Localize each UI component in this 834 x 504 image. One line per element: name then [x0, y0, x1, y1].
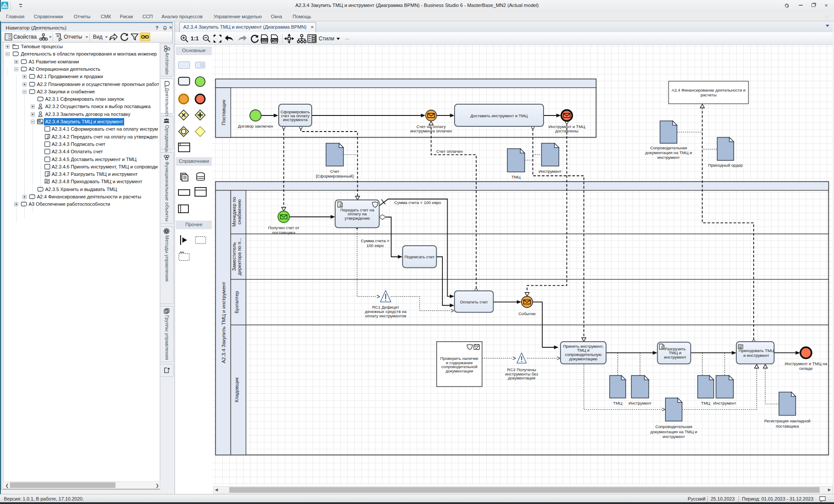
- svg-text:ТМЦ: ТМЦ: [613, 401, 622, 405]
- svg-text:А2.3.4 Закупить ТМЦ и инструме: А2.3.4 Закупить ТМЦ и инструмент: [221, 282, 226, 363]
- svg-text:Подписать счет: Подписать счет: [405, 254, 435, 259]
- svg-text:Сопроводительная: Сопроводительная: [650, 145, 687, 150]
- svg-text:документации: документации: [446, 369, 473, 373]
- svg-text:Счет на оплату: Счет на оплату: [416, 124, 446, 129]
- svg-text:инструмент: инструмент: [663, 434, 685, 439]
- svg-text:Счет: Счет: [330, 169, 340, 174]
- svg-text:утверждение: утверждение: [345, 216, 370, 221]
- svg-text:Заместитель: Заместитель: [231, 242, 237, 271]
- svg-text:документация на ТМЦ и: документация на ТМЦ и: [650, 429, 697, 434]
- svg-text:[Сформированный]: [Сформированный]: [316, 174, 354, 178]
- svg-text:SVG: SVG: [261, 39, 267, 42]
- svg-text:ТМЦ: ТМЦ: [701, 401, 710, 405]
- svg-text:Менеджер по: Менеджер по: [231, 197, 237, 227]
- svg-text:Доставить инструмент и ТМЦ: Доставить инструмент и ТМЦ: [471, 113, 528, 118]
- svg-text:инструмента оплачен: инструмента оплачен: [410, 128, 452, 133]
- svg-text:документации: документации: [508, 376, 535, 380]
- svg-text:Оплатить счет: Оплатить счет: [460, 300, 488, 304]
- svg-text:Инструмент: Инструмент: [539, 169, 562, 174]
- svg-text:Приходный ордер: Приходный ордер: [708, 163, 743, 168]
- svg-text:Сумма счета < 100 евро: Сумма счета < 100 евро: [394, 200, 441, 205]
- svg-text:PNG: PNG: [271, 39, 277, 42]
- svg-text:Инструмент и ТМЦ на: Инструмент и ТМЦ на: [785, 361, 827, 366]
- svg-text:расчеты: расчеты: [701, 92, 717, 97]
- svg-text:Регистрация накладной: Регистрация накладной: [764, 418, 810, 423]
- svg-text:Счет оплачен: Счет оплачен: [436, 149, 463, 154]
- svg-text:100 евро: 100 евро: [366, 243, 384, 248]
- svg-text:оплату инструментов: оплату инструментов: [365, 313, 406, 318]
- svg-text:доставлены: доставлены: [555, 128, 578, 133]
- svg-text:Кладовщик: Кладовщик: [234, 377, 239, 402]
- svg-text:и инструмент: и инструмент: [743, 353, 769, 358]
- svg-text:ТМЦ: ТМЦ: [511, 175, 521, 179]
- svg-text:Бухгалтер: Бухгалтер: [234, 291, 239, 313]
- svg-text:директора по п...: директора по п...: [237, 238, 242, 275]
- svg-text:инструмент: инструмент: [657, 155, 680, 160]
- svg-text:документация на ТМЦ и: документация на ТМЦ и: [645, 150, 692, 155]
- svg-text:Получен счет от: Получен счет от: [268, 225, 300, 230]
- svg-text:Поставщик: Поставщик: [221, 99, 226, 125]
- svg-text:Инструмент: Инструмент: [713, 401, 737, 405]
- svg-text:снабжению: снабжению: [237, 199, 242, 224]
- svg-text:А2.4 Финансирование деятельнос: А2.4 Финансирование деятельности и: [672, 88, 745, 92]
- svg-text:Инструмент: Инструмент: [629, 401, 652, 405]
- svg-text:складе: складе: [799, 366, 813, 371]
- svg-text:Договор заключен: Договор заключен: [238, 124, 273, 128]
- svg-text:Инструмент и ТМЦ: Инструмент и ТМЦ: [548, 124, 585, 129]
- svg-text:Событие: Событие: [518, 311, 536, 316]
- svg-text:Сопроводительная: Сопроводительная: [656, 424, 692, 429]
- svg-text:поставщика: поставщика: [776, 424, 799, 428]
- svg-text:инструмента: инструмента: [283, 117, 308, 122]
- svg-text:инструмент: инструмент: [664, 355, 686, 359]
- svg-text:поставщика: поставщика: [272, 230, 296, 235]
- svg-text:Приходовать ТМЦ: Приходовать ТМЦ: [738, 348, 774, 353]
- svg-text:документацию: документацию: [569, 356, 597, 361]
- svg-text:Сумма счета >: Сумма счета >: [361, 238, 389, 243]
